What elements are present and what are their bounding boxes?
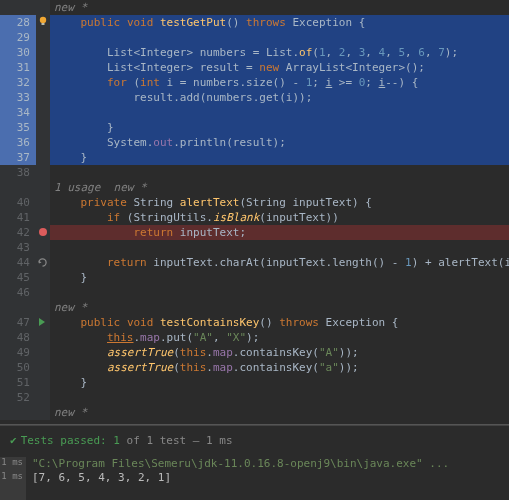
line-number[interactable]: 32: [0, 75, 36, 90]
line-number[interactable]: 38: [0, 165, 36, 180]
line-number: [0, 0, 36, 15]
line-number[interactable]: 51: [0, 375, 36, 390]
code-line[interactable]: return inputText;: [50, 225, 509, 240]
code-line[interactable]: result.add(numbers.get(i));: [50, 90, 509, 105]
code-line[interactable]: private String alertText(String inputTex…: [50, 195, 509, 210]
line-number: [0, 180, 36, 195]
hint-usage[interactable]: 1 usage: [54, 181, 100, 194]
hint-new: new *: [54, 406, 87, 419]
line-number[interactable]: 31: [0, 60, 36, 75]
code-line[interactable]: }: [50, 120, 509, 135]
code-line[interactable]: }: [50, 270, 509, 285]
code-line[interactable]: System.out.println(result);: [50, 135, 509, 150]
line-number[interactable]: 48: [0, 330, 36, 345]
svg-rect-1: [42, 23, 45, 25]
line-number[interactable]: 35: [0, 120, 36, 135]
duration-badge: 1 ms: [0, 457, 26, 471]
code-line[interactable]: public void testGetPut() throws Exceptio…: [50, 15, 509, 30]
line-number: [0, 300, 36, 315]
line-number[interactable]: 49: [0, 345, 36, 360]
code-line[interactable]: [50, 390, 509, 405]
code-line[interactable]: [50, 285, 509, 300]
run-gutter-icon[interactable]: [39, 318, 45, 326]
line-number[interactable]: 30: [0, 45, 36, 60]
line-number[interactable]: 50: [0, 360, 36, 375]
code-line[interactable]: [50, 165, 509, 180]
breakpoint-icon[interactable]: [39, 228, 47, 236]
line-number[interactable]: 43: [0, 240, 36, 255]
line-number[interactable]: 29: [0, 30, 36, 45]
console-stdout: [7, 6, 5, 4, 3, 2, 1]: [32, 471, 171, 485]
code-line[interactable]: public void testContainsKey() throws Exc…: [50, 315, 509, 330]
code-editor[interactable]: new * 28 public void testGetPut() throws…: [0, 0, 509, 420]
code-line[interactable]: List<Integer> result = new ArrayList<Int…: [50, 60, 509, 75]
line-number[interactable]: 33: [0, 90, 36, 105]
line-number[interactable]: 41: [0, 210, 36, 225]
code-line[interactable]: [50, 30, 509, 45]
line-number[interactable]: 40: [0, 195, 36, 210]
code-line[interactable]: if (StringUtils.isBlank(inputText)): [50, 210, 509, 225]
line-number[interactable]: 47: [0, 315, 36, 330]
test-status-bar: ✔Tests passed: 1 of 1 test – 1 ms: [0, 425, 509, 455]
code-line[interactable]: for (int i = numbers.size() - 1; i >= 0;…: [50, 75, 509, 90]
code-line[interactable]: return inputText.charAt(inputText.length…: [50, 255, 509, 270]
line-number: [0, 405, 36, 420]
line-number[interactable]: 34: [0, 105, 36, 120]
line-number[interactable]: 45: [0, 270, 36, 285]
line-number[interactable]: 37: [0, 150, 36, 165]
line-number[interactable]: 36: [0, 135, 36, 150]
recursive-call-icon: [38, 258, 47, 267]
line-number[interactable]: 28: [0, 15, 36, 30]
line-number[interactable]: 52: [0, 390, 36, 405]
line-number[interactable]: 42: [0, 225, 36, 240]
checkmark-icon: ✔: [10, 434, 17, 447]
hint-new: new *: [54, 1, 87, 14]
intention-bulb-icon[interactable]: [38, 16, 48, 26]
console-output[interactable]: 1 ms"C:\Program Files\Semeru\jdk-11.0.16…: [0, 455, 509, 500]
code-line[interactable]: }: [50, 375, 509, 390]
line-number[interactable]: 46: [0, 285, 36, 300]
code-line[interactable]: assertTrue(this.map.containsKey("a"));: [50, 360, 509, 375]
code-line[interactable]: }: [50, 150, 509, 165]
duration-badge: 1 ms: [0, 471, 26, 485]
line-number[interactable]: 44: [0, 255, 36, 270]
hint-new: new *: [114, 181, 147, 194]
tests-passed-label: Tests passed: 1: [21, 434, 120, 447]
tests-summary: of 1 test – 1 ms: [120, 434, 233, 447]
code-line[interactable]: [50, 240, 509, 255]
hint-new: new *: [54, 301, 87, 314]
code-line[interactable]: assertTrue(this.map.containsKey("A"));: [50, 345, 509, 360]
console-command: "C:\Program Files\Semeru\jdk-11.0.16.8-o…: [32, 457, 449, 471]
code-line[interactable]: [50, 105, 509, 120]
svg-point-0: [40, 17, 46, 23]
code-line[interactable]: this.map.put("A", "X");: [50, 330, 509, 345]
code-line[interactable]: List<Integer> numbers = List.of(1, 2, 3,…: [50, 45, 509, 60]
